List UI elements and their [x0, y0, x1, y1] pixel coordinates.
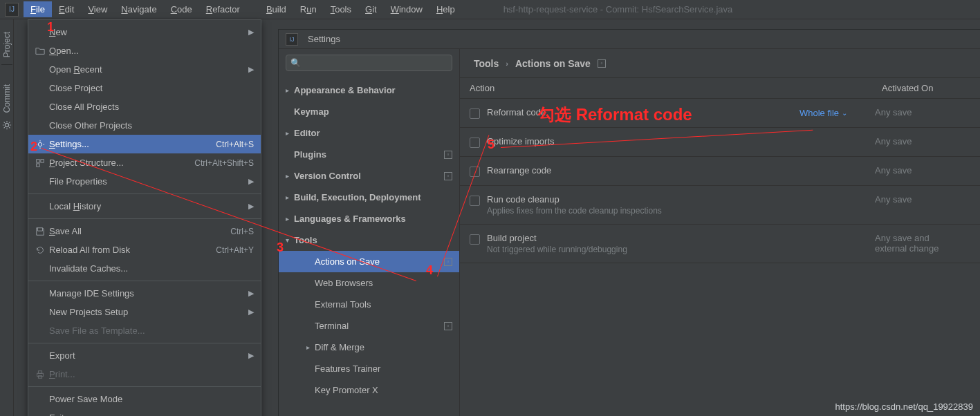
file-menu-item[interactable]: Open Recent▶	[28, 60, 261, 79]
menu-item-label: Close Project	[49, 83, 254, 93]
blank	[34, 307, 46, 318]
menu-help[interactable]: Help	[429, 1, 462, 17]
file-menu-item[interactable]: Open...	[28, 41, 261, 60]
menu-navigate[interactable]: Navigate	[114, 1, 163, 17]
menu-tools[interactable]: Tools	[324, 1, 358, 17]
file-menu-item[interactable]: Project Structure...Ctrl+Alt+Shift+S	[28, 153, 261, 172]
action-row: Reformat codeWhole file⌄Any save	[460, 99, 980, 128]
tree-node[interactable]: ▸Version Control▫	[279, 165, 459, 187]
reload-icon	[34, 245, 46, 256]
tree-node[interactable]: Web Browsers	[279, 272, 459, 294]
chevron-right-icon: ▶	[248, 177, 254, 186]
action-label: Run code cleanup	[487, 194, 875, 205]
tree-node[interactable]: Keymap	[279, 101, 459, 122]
menu-item-label: Local History	[49, 201, 248, 211]
menu-refactor[interactable]: Refactor	[199, 1, 247, 17]
menu-build[interactable]: Build	[259, 1, 293, 17]
menu-item-label: Close Other Projects	[49, 120, 254, 131]
action-checkbox[interactable]	[470, 108, 480, 119]
menu-code[interactable]: Code	[164, 1, 199, 17]
menu-git[interactable]: Git	[358, 1, 384, 17]
svg-rect-2	[37, 159, 39, 162]
blank	[34, 120, 46, 131]
file-menu-dropdown: New▶Open...Open Recent▶Close ProjectClos…	[28, 19, 261, 416]
chevron-icon: ▸	[286, 215, 294, 223]
file-menu-item[interactable]: File Properties▶	[28, 172, 261, 191]
blank	[34, 350, 46, 361]
file-menu-item[interactable]: Manage IDE Settings▶	[28, 284, 261, 303]
menu-item-label: Exit	[49, 413, 254, 416]
svg-rect-6	[38, 370, 41, 373]
settings-icon[interactable]	[2, 120, 12, 130]
divider	[28, 281, 261, 281]
menu-window[interactable]: Window	[384, 1, 429, 17]
settings-dialog: IJ Settings 🔍 ▸Appearance & BehaviorKeym…	[278, 29, 980, 416]
menu-view[interactable]: View	[81, 1, 114, 17]
tree-node[interactable]: ▸Diff & Merge	[279, 337, 459, 358]
file-menu-item[interactable]: Power Save Mode	[28, 390, 261, 408]
tree-node[interactable]: Actions on Save▫	[279, 251, 459, 272]
tree-node-label: Tools	[294, 235, 317, 245]
file-menu-item[interactable]: Close Other Projects	[28, 116, 261, 135]
tree-node[interactable]: Terminal▫	[279, 315, 459, 337]
tree-node[interactable]: External Tools	[279, 294, 459, 315]
file-menu-item: Print...	[28, 365, 261, 384]
tree-node-label: Diff & Merge	[315, 342, 364, 352]
divider	[28, 386, 261, 387]
file-menu-item[interactable]: Invalidate Caches...	[28, 259, 261, 278]
action-checkbox[interactable]	[470, 138, 480, 148]
file-menu-item[interactable]: New▶	[28, 23, 261, 41]
tree-node-label: Appearance & Behavior	[294, 85, 396, 95]
structure-icon	[34, 158, 46, 169]
main-menubar: IJ FileEditViewNavigateCodeRefactorBuild…	[0, 0, 980, 19]
gear-icon	[34, 139, 46, 150]
tree-node[interactable]: Features Trainer	[279, 358, 459, 379]
file-menu-item[interactable]: Export▶	[28, 346, 261, 365]
tree-node-label: Languages & Frameworks	[294, 214, 406, 224]
tree-node[interactable]: ▾Tools	[279, 229, 459, 251]
tree-node-label: Key Promoter X	[315, 385, 378, 395]
divider	[28, 218, 261, 219]
chevron-icon: ▾	[286, 236, 294, 244]
tree-node[interactable]: ▸Appearance & Behavior	[279, 79, 459, 101]
settings-tree: ▸Appearance & BehaviorKeymap▸EditorPlugi…	[279, 77, 459, 416]
tree-node-label: External Tools	[315, 299, 371, 310]
tree-node[interactable]: ▸Build, Execution, Deployment	[279, 187, 459, 208]
action-description: Not triggered while running/debugging	[487, 245, 875, 254]
tree-node[interactable]: ▸Languages & Frameworks	[279, 208, 459, 229]
action-activated-on: Any save	[875, 107, 958, 117]
breadcrumb-root[interactable]: Tools	[474, 58, 499, 69]
tree-node-label: Version Control	[294, 171, 361, 181]
divider	[28, 343, 261, 343]
file-menu-item[interactable]: New Projects Setup▶	[28, 303, 261, 321]
tool-project-tab[interactable]: Project	[2, 32, 12, 57]
file-menu-item[interactable]: Reload All from DiskCtrl+Alt+Y	[28, 240, 261, 259]
tree-node-label: Build, Execution, Deployment	[294, 192, 420, 202]
tree-node[interactable]: Key Promoter X	[279, 379, 459, 401]
file-menu-item[interactable]: Settings...Ctrl+Alt+S	[28, 135, 261, 153]
shortcut: Ctrl+Alt+Y	[216, 245, 254, 255]
menu-item-label: Open...	[49, 46, 254, 56]
settings-search-input[interactable]: 🔍	[286, 55, 452, 71]
file-menu-item[interactable]: Close Project	[28, 79, 261, 97]
menu-item-label: Open Recent	[49, 64, 248, 75]
menu-item-label: Print...	[49, 369, 254, 379]
menu-run[interactable]: Run	[293, 1, 324, 17]
action-checkbox[interactable]	[470, 196, 480, 206]
action-checkbox[interactable]	[470, 234, 480, 245]
shortcut: Ctrl+S	[230, 227, 254, 236]
file-menu-item[interactable]: Save AllCtrl+S	[28, 222, 261, 240]
tool-commit-tab[interactable]: Commit	[2, 84, 12, 113]
tree-node[interactable]: Plugins▫	[279, 144, 459, 165]
project-scope-icon: ▫	[444, 172, 452, 180]
action-activated-on: Any save	[875, 194, 958, 205]
action-option-dropdown[interactable]: Whole file⌄	[799, 107, 847, 119]
file-menu-item[interactable]: Close All Projects	[28, 97, 261, 116]
tree-node[interactable]: ▸Editor	[279, 122, 459, 144]
menu-file[interactable]: File	[24, 1, 52, 17]
file-menu-item[interactable]: Exit	[28, 408, 261, 416]
settings-titlebar: IJ Settings	[279, 30, 980, 49]
file-menu-item[interactable]: Local History▶	[28, 197, 261, 216]
action-checkbox[interactable]	[470, 167, 480, 177]
menu-edit[interactable]: Edit	[52, 1, 81, 17]
